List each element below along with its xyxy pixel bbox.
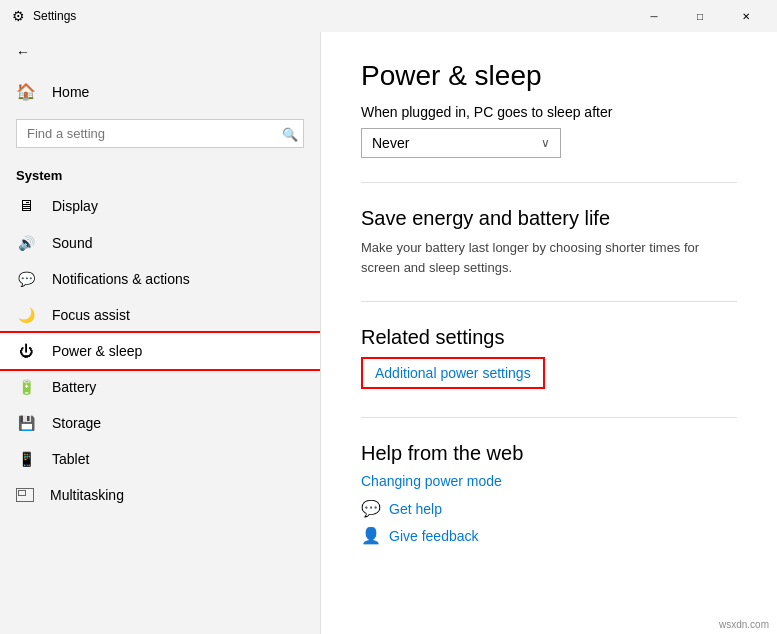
system-section-label: System bbox=[0, 156, 320, 187]
multitasking-icon bbox=[16, 488, 34, 502]
battery-icon: 🔋 bbox=[16, 379, 36, 395]
maximize-button[interactable]: □ bbox=[677, 0, 723, 32]
save-energy-title: Save energy and battery life bbox=[361, 207, 737, 230]
power-icon: ⏻ bbox=[16, 343, 36, 359]
sound-icon: 🔊 bbox=[16, 235, 36, 251]
storage-icon: 💾 bbox=[16, 415, 36, 431]
title-bar-controls: ─ □ ✕ bbox=[631, 0, 769, 32]
multitasking-label: Multitasking bbox=[50, 487, 124, 503]
title-bar-title: Settings bbox=[33, 9, 76, 23]
notifications-icon: 💬 bbox=[16, 271, 36, 287]
divider-2 bbox=[361, 301, 737, 302]
save-energy-desc: Make your battery last longer by choosin… bbox=[361, 238, 737, 277]
focus-icon: 🌙 bbox=[16, 307, 36, 323]
sidebar-item-storage[interactable]: 💾 Storage bbox=[0, 405, 320, 441]
get-help-row[interactable]: 💬 Get help bbox=[361, 499, 737, 518]
display-label: Display bbox=[52, 198, 98, 214]
get-help-icon: 💬 bbox=[361, 499, 381, 518]
get-help-link[interactable]: Get help bbox=[389, 501, 442, 517]
sidebar-item-display[interactable]: 🖥 Display bbox=[0, 187, 320, 225]
additional-power-link[interactable]: Additional power settings bbox=[371, 363, 535, 383]
sidebar-item-focus[interactable]: 🌙 Focus assist bbox=[0, 297, 320, 333]
search-input[interactable] bbox=[16, 119, 304, 148]
notifications-label: Notifications & actions bbox=[52, 271, 190, 287]
help-title: Help from the web bbox=[361, 442, 737, 465]
app-container: ← 🏠 Home 🔍 System 🖥 Display 🔊 Sound 💬 No… bbox=[0, 32, 777, 634]
close-button[interactable]: ✕ bbox=[723, 0, 769, 32]
tablet-label: Tablet bbox=[52, 451, 89, 467]
home-label: Home bbox=[52, 84, 89, 100]
focus-label: Focus assist bbox=[52, 307, 130, 323]
chevron-down-icon: ∨ bbox=[541, 136, 550, 150]
minimize-button[interactable]: ─ bbox=[631, 0, 677, 32]
sidebar-item-multitasking[interactable]: Multitasking bbox=[0, 477, 320, 513]
give-feedback-row[interactable]: 👤 Give feedback bbox=[361, 526, 737, 545]
back-icon: ← bbox=[16, 44, 30, 60]
search-box: 🔍 bbox=[16, 119, 304, 148]
divider-3 bbox=[361, 417, 737, 418]
power-label: Power & sleep bbox=[52, 343, 142, 359]
sidebar: ← 🏠 Home 🔍 System 🖥 Display 🔊 Sound 💬 No… bbox=[0, 32, 320, 634]
plugged-label: When plugged in, PC goes to sleep after bbox=[361, 104, 737, 120]
sleep-dropdown-value: Never bbox=[372, 135, 409, 151]
changing-power-mode-link[interactable]: Changing power mode bbox=[361, 473, 737, 489]
sleep-dropdown[interactable]: Never ∨ bbox=[361, 128, 561, 158]
search-icon[interactable]: 🔍 bbox=[282, 126, 298, 141]
settings-window-icon: ⚙ bbox=[12, 8, 25, 24]
tablet-icon: 📱 bbox=[16, 451, 36, 467]
title-bar-left: ⚙ Settings bbox=[12, 8, 76, 24]
storage-label: Storage bbox=[52, 415, 101, 431]
sidebar-item-notifications[interactable]: 💬 Notifications & actions bbox=[0, 261, 320, 297]
divider-1 bbox=[361, 182, 737, 183]
give-feedback-link[interactable]: Give feedback bbox=[389, 528, 479, 544]
related-settings-title: Related settings bbox=[361, 326, 737, 349]
page-title: Power & sleep bbox=[361, 60, 737, 92]
battery-label: Battery bbox=[52, 379, 96, 395]
back-button[interactable]: ← bbox=[0, 32, 320, 72]
sidebar-item-battery[interactable]: 🔋 Battery bbox=[0, 369, 320, 405]
sidebar-item-tablet[interactable]: 📱 Tablet bbox=[0, 441, 320, 477]
give-feedback-icon: 👤 bbox=[361, 526, 381, 545]
main-panel: Power & sleep When plugged in, PC goes t… bbox=[320, 32, 777, 634]
additional-power-link-box: Additional power settings bbox=[361, 357, 545, 389]
sound-label: Sound bbox=[52, 235, 92, 251]
sidebar-item-sound[interactable]: 🔊 Sound bbox=[0, 225, 320, 261]
sidebar-item-home[interactable]: 🏠 Home bbox=[0, 72, 320, 111]
title-bar: ⚙ Settings ─ □ ✕ bbox=[0, 0, 777, 32]
sidebar-item-power[interactable]: ⏻ Power & sleep bbox=[0, 333, 320, 369]
home-icon: 🏠 bbox=[16, 82, 36, 101]
display-icon: 🖥 bbox=[16, 197, 36, 215]
